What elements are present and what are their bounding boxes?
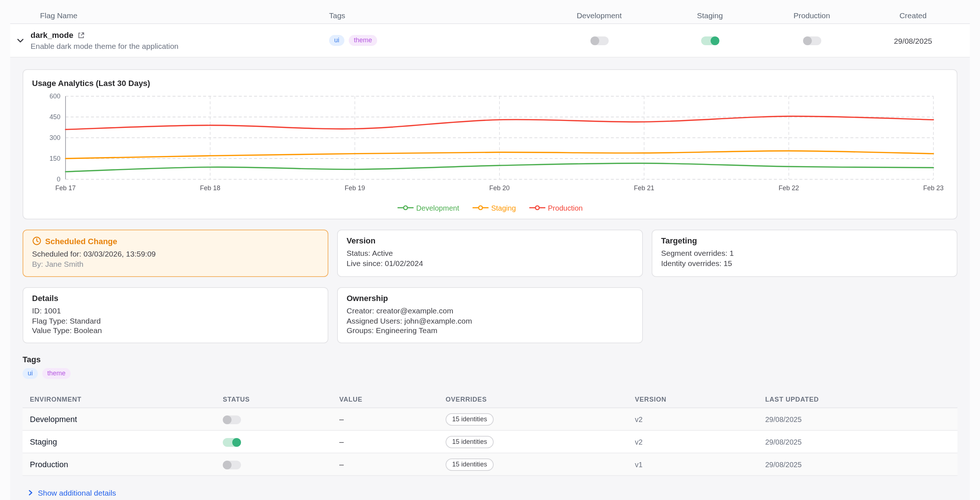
legend-marker-icon bbox=[397, 204, 413, 211]
details-card-title: Details bbox=[32, 293, 319, 302]
legend-item-development[interactable]: Development bbox=[397, 204, 459, 212]
env-row-staging: Staging – 15 identities v2 29/08/2025 bbox=[22, 431, 958, 454]
flag-row[interactable]: dark_mode Enable dark mode theme for the… bbox=[10, 24, 970, 58]
svg-text:300: 300 bbox=[49, 134, 60, 141]
svg-text:Feb 18: Feb 18 bbox=[200, 184, 220, 192]
ownership-card-title: Ownership bbox=[347, 293, 633, 302]
svg-text:450: 450 bbox=[49, 113, 60, 121]
svg-text:150: 150 bbox=[49, 155, 60, 162]
toggle-knob bbox=[710, 37, 719, 46]
col-header-tags: Tags bbox=[326, 11, 546, 19]
svg-text:0: 0 bbox=[57, 176, 60, 183]
usage-analytics-card: Usage Analytics (Last 30 Days) 015030045… bbox=[22, 69, 958, 219]
env-col-status: STATUS bbox=[223, 396, 339, 403]
flag-created-date: 29/08/2025 bbox=[856, 36, 970, 45]
env-col-overrides: OVERRIDES bbox=[445, 396, 635, 403]
toggle-knob bbox=[223, 461, 232, 470]
segment-overrides: Segment overrides: 1 bbox=[661, 249, 948, 259]
toggle-knob bbox=[803, 37, 811, 46]
info-cards-row-2: Details ID: 1001 Flag Type: Standard Val… bbox=[22, 287, 958, 343]
env-version: v1 bbox=[635, 461, 765, 469]
assigned-users: Assigned Users: john@example.com bbox=[347, 316, 633, 326]
flag-tags-cell: ui theme bbox=[326, 35, 546, 46]
col-header-development: Development bbox=[546, 11, 652, 19]
env-name: Development bbox=[30, 415, 223, 424]
version-status: Status: Active bbox=[347, 249, 633, 259]
legend-item-production[interactable]: Production bbox=[529, 204, 583, 212]
scheduled-for-text: Scheduled for: 03/03/2026, 13:59:09 bbox=[32, 249, 319, 259]
usage-line-chart: 0150300450600Feb 17Feb 18Feb 19Feb 20Feb… bbox=[32, 92, 950, 200]
chevron-right-icon bbox=[27, 489, 34, 497]
legend-marker-icon bbox=[472, 204, 488, 211]
feature-flag-page: Flag Name Tags Development Staging Produ… bbox=[0, 0, 980, 500]
chart-title: Usage Analytics (Last 30 Days) bbox=[32, 76, 948, 92]
version-live-since: Live since: 01/02/2024 bbox=[347, 259, 633, 269]
env-col-value: VALUE bbox=[339, 396, 445, 403]
flag-description: Enable dark mode theme for the applicati… bbox=[30, 42, 326, 50]
version-card: Version Status: Active Live since: 01/02… bbox=[337, 230, 643, 276]
env-last-updated: 29/08/2025 bbox=[765, 461, 950, 469]
flag-id: ID: 1001 bbox=[32, 306, 319, 316]
env-row-development: Development – 15 identities v2 29/08/202… bbox=[22, 409, 958, 431]
show-additional-details-label: Show additional details bbox=[38, 489, 116, 497]
svg-text:Feb 17: Feb 17 bbox=[55, 184, 76, 192]
clock-icon bbox=[32, 236, 41, 246]
identities-badge[interactable]: 15 identities bbox=[445, 458, 494, 471]
env-col-environment: ENVIRONMENT bbox=[30, 396, 223, 403]
col-header-production: Production bbox=[767, 11, 856, 19]
tag-pill-ui: ui bbox=[22, 369, 38, 379]
flag-name-block: dark_mode Enable dark mode theme for the… bbox=[30, 30, 326, 50]
identities-badge[interactable]: 15 identities bbox=[445, 436, 494, 448]
env-col-version: VERSION bbox=[635, 396, 765, 403]
legend-item-staging[interactable]: Staging bbox=[472, 204, 516, 212]
staging-toggle-cell bbox=[652, 34, 767, 47]
env-row-production: Production – 15 identities v1 29/08/2025 bbox=[22, 454, 958, 476]
flag-name[interactable]: dark_mode bbox=[30, 30, 73, 39]
targeting-card: Targeting Segment overrides: 1 Identity … bbox=[652, 230, 958, 276]
col-header-staging: Staging bbox=[652, 11, 767, 19]
env-version: v2 bbox=[635, 438, 765, 446]
env-status-toggle[interactable] bbox=[223, 415, 241, 424]
production-toggle[interactable] bbox=[803, 37, 821, 46]
svg-text:Feb 19: Feb 19 bbox=[345, 184, 365, 192]
toggle-knob bbox=[590, 37, 599, 46]
env-value: – bbox=[339, 460, 445, 469]
groups: Groups: Engineering Team bbox=[347, 326, 633, 336]
env-value: – bbox=[339, 438, 445, 446]
flag-details-panel: Usage Analytics (Last 30 Days) 015030045… bbox=[10, 58, 970, 500]
scheduled-by-text: By: Jane Smith bbox=[32, 259, 319, 270]
development-toggle[interactable] bbox=[590, 37, 608, 46]
ownership-card: Ownership Creator: creator@example.com A… bbox=[337, 287, 643, 343]
env-status-toggle[interactable] bbox=[223, 438, 241, 447]
toggle-knob bbox=[232, 438, 241, 447]
show-additional-details-link[interactable]: Show additional details bbox=[22, 489, 116, 497]
flag-table-header: Flag Name Tags Development Staging Produ… bbox=[10, 6, 970, 24]
env-last-updated: 29/08/2025 bbox=[765, 415, 950, 423]
env-value: – bbox=[339, 415, 445, 424]
env-col-last-updated: LAST UPDATED bbox=[765, 396, 950, 403]
value-type: Value Type: Boolean bbox=[32, 326, 319, 336]
version-card-title: Version bbox=[347, 236, 633, 245]
env-status-toggle[interactable] bbox=[223, 461, 241, 470]
identities-badge[interactable]: 15 identities bbox=[445, 413, 494, 426]
env-last-updated: 29/08/2025 bbox=[765, 438, 950, 446]
targeting-card-title: Targeting bbox=[661, 236, 948, 245]
env-name: Production bbox=[30, 460, 223, 469]
details-card: Details ID: 1001 Flag Type: Standard Val… bbox=[22, 287, 328, 343]
scheduled-change-title: Scheduled Change bbox=[45, 236, 117, 245]
external-link-icon[interactable] bbox=[77, 31, 85, 39]
col-header-flag-name: Flag Name bbox=[30, 11, 326, 19]
identity-overrides: Identity overrides: 15 bbox=[661, 259, 948, 269]
env-table-header: ENVIRONMENT STATUS VALUE OVERRIDES VERSI… bbox=[22, 391, 958, 409]
staging-toggle[interactable] bbox=[701, 37, 719, 46]
flag-type: Flag Type: Standard bbox=[32, 316, 319, 326]
info-cards-row-1: Scheduled Change Scheduled for: 03/03/20… bbox=[22, 230, 958, 276]
legend-marker-icon bbox=[529, 204, 545, 211]
toggle-knob bbox=[223, 415, 232, 424]
env-version: v2 bbox=[635, 415, 765, 423]
env-name: Staging bbox=[30, 438, 223, 446]
svg-text:Feb 23: Feb 23 bbox=[923, 184, 943, 192]
expand-chevron-icon[interactable] bbox=[10, 36, 30, 45]
scheduled-change-card: Scheduled Change Scheduled for: 03/03/20… bbox=[22, 230, 328, 276]
creator: Creator: creator@example.com bbox=[347, 306, 633, 316]
